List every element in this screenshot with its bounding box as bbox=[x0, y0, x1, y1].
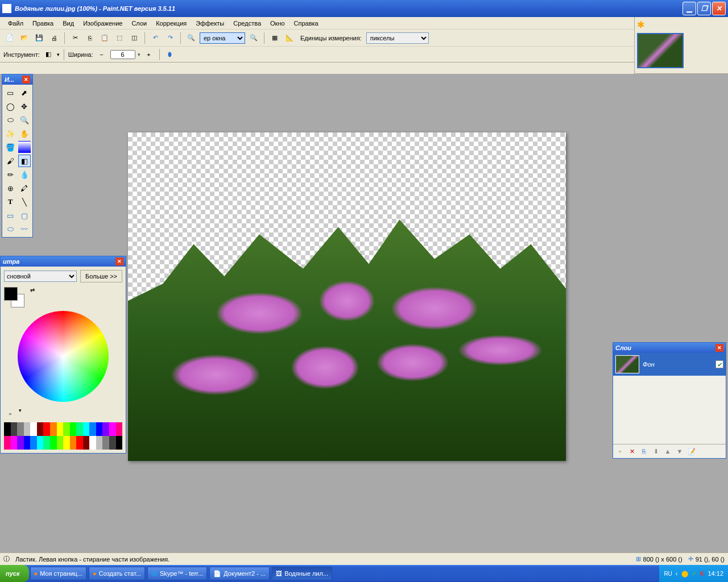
menu-help[interactable]: Справка bbox=[289, 19, 323, 28]
clone-stamp-tool[interactable]: ⊕ bbox=[4, 182, 16, 194]
rectangle-tool[interactable]: ▭ bbox=[4, 209, 16, 222]
width-label: Ширина: bbox=[68, 51, 93, 58]
layers-close-icon[interactable]: ✕ bbox=[715, 344, 723, 352]
layer-properties-icon[interactable]: 📝 bbox=[686, 446, 697, 456]
width-increase-icon[interactable]: + bbox=[143, 48, 155, 61]
ruler-icon[interactable]: 📐 bbox=[283, 32, 296, 44]
statusbar: ⓘ Ластик. Левая кнопка - стирание части … bbox=[0, 552, 728, 565]
duplicate-layer-icon[interactable]: ⎘ bbox=[639, 446, 649, 456]
move-up-icon[interactable]: ▲ bbox=[663, 446, 673, 456]
task-item[interactable]: ⓈSkype™ - terr... bbox=[147, 567, 207, 580]
palette-strip-2[interactable] bbox=[4, 436, 122, 450]
layer-item[interactable]: Фон ✔ bbox=[613, 353, 726, 376]
grid-icon[interactable]: ▦ bbox=[268, 32, 281, 44]
current-tool-icon[interactable]: ◧ bbox=[42, 48, 55, 61]
recolor-tool[interactable]: 🖍 bbox=[18, 182, 31, 194]
task-item-active[interactable]: 🖼Водяные лил... bbox=[272, 567, 332, 580]
image-thumbnail[interactable] bbox=[637, 33, 684, 68]
move-down-icon[interactable]: ▼ bbox=[675, 446, 685, 456]
tools-panel-title[interactable]: И... ✕ bbox=[2, 74, 32, 85]
antialias-icon[interactable]: ⬮ bbox=[164, 48, 176, 61]
task-item[interactable]: ●Создать стат... bbox=[89, 567, 145, 580]
tools-close-icon[interactable]: ✕ bbox=[22, 76, 30, 84]
redo-icon[interactable]: ↷ bbox=[164, 32, 176, 44]
color-picker-tool[interactable]: 💧 bbox=[18, 168, 31, 181]
deselect-icon[interactable]: ◫ bbox=[128, 32, 140, 44]
maximize-button[interactable]: ❐ bbox=[697, 2, 711, 15]
menu-tools[interactable]: Средства bbox=[229, 19, 266, 28]
fill-tool[interactable]: 🪣 bbox=[4, 141, 16, 153]
move-selection-tool[interactable]: ⬈ bbox=[18, 86, 31, 99]
ellipse-tool[interactable]: ⬭ bbox=[4, 223, 16, 235]
task-item[interactable]: 📄Документ2 - ... bbox=[209, 567, 270, 580]
copy-icon[interactable]: ⎘ bbox=[84, 32, 96, 44]
minimize-button[interactable]: ▁ bbox=[682, 2, 696, 15]
swap-colors-icon[interactable]: ⇄ bbox=[30, 287, 35, 293]
tray-icon[interactable]: ‹ bbox=[676, 570, 678, 577]
paintbrush-tool[interactable]: 🖌 bbox=[4, 155, 16, 167]
lasso-tool[interactable]: ◯ bbox=[4, 100, 16, 113]
freeform-tool[interactable]: 〰 bbox=[18, 223, 31, 235]
cursor-icon: ✛ bbox=[688, 555, 693, 563]
language-indicator[interactable]: RU bbox=[664, 571, 672, 577]
clock[interactable]: 14:12 bbox=[708, 570, 723, 577]
units-select[interactable]: пикселы bbox=[366, 32, 429, 44]
menu-file[interactable]: Файл bbox=[3, 19, 28, 28]
palette-strip[interactable] bbox=[4, 422, 122, 436]
rect-select-tool[interactable]: ▭ bbox=[4, 86, 16, 99]
add-layer-icon[interactable]: ▫ bbox=[615, 446, 625, 456]
undo-icon[interactable]: ↶ bbox=[149, 32, 162, 44]
zoom-out-icon[interactable]: 🔍 bbox=[185, 32, 197, 44]
rounded-rect-tool[interactable]: ▢ bbox=[18, 209, 31, 222]
color-wheel[interactable] bbox=[18, 311, 109, 402]
menu-adjustments[interactable]: Коррекция bbox=[151, 19, 191, 28]
magic-wand-tool[interactable]: ✨ bbox=[4, 127, 16, 140]
task-item[interactable]: ●Моя страниц... bbox=[30, 567, 87, 580]
paste-icon[interactable]: 📋 bbox=[98, 32, 111, 44]
color-mode-select[interactable]: сновной bbox=[4, 271, 77, 282]
text-tool[interactable]: T bbox=[4, 196, 16, 208]
layer-visibility-checkbox[interactable]: ✔ bbox=[715, 360, 723, 368]
crop-icon[interactable]: ⬚ bbox=[113, 32, 126, 44]
colors-panel-title[interactable]: итра ✕ bbox=[1, 256, 126, 267]
primary-color-swatch[interactable] bbox=[4, 287, 18, 301]
width-decrease-icon[interactable]: − bbox=[96, 48, 108, 61]
save-icon[interactable]: 💾 bbox=[33, 32, 46, 44]
palette-add-icon[interactable]: ▫ bbox=[4, 408, 16, 420]
cut-icon[interactable]: ✂ bbox=[69, 32, 81, 44]
tray-icon[interactable]: K bbox=[700, 570, 705, 577]
zoom-in-icon[interactable]: 🔍 bbox=[247, 32, 260, 44]
menu-window[interactable]: Окно bbox=[266, 19, 289, 28]
close-button[interactable]: ✕ bbox=[712, 2, 726, 15]
pan-tool[interactable]: ✋ bbox=[18, 127, 31, 140]
menu-layers[interactable]: Слои bbox=[127, 19, 151, 28]
eraser-tool[interactable]: ◧ bbox=[18, 155, 31, 167]
line-tool[interactable]: ╲ bbox=[18, 196, 31, 208]
ellipse-select-tool[interactable]: ⬭ bbox=[4, 114, 16, 126]
new-icon[interactable]: 📄 bbox=[3, 32, 16, 44]
tray-icon[interactable]: ✔ bbox=[692, 570, 697, 577]
tray-icon[interactable]: ⬤ bbox=[681, 570, 688, 577]
menu-view[interactable]: Вид bbox=[58, 19, 78, 28]
width-input[interactable] bbox=[110, 50, 135, 59]
delete-layer-icon[interactable]: ✕ bbox=[627, 446, 637, 456]
zoom-select[interactable]: ер окна bbox=[200, 32, 245, 44]
pencil-tool[interactable]: ✏ bbox=[4, 168, 16, 181]
gradient-tool[interactable] bbox=[18, 141, 31, 153]
status-hint: Ластик. Левая кнопка - стирание части из… bbox=[15, 556, 169, 563]
start-button[interactable]: пуск bbox=[0, 565, 29, 582]
menu-image[interactable]: Изображение bbox=[78, 19, 127, 28]
menu-effects[interactable]: Эффекты bbox=[191, 19, 229, 28]
system-tray[interactable]: RU ‹ ⬤ ✔ K 14:12 bbox=[659, 565, 728, 582]
more-button[interactable]: Больше >> bbox=[80, 270, 122, 282]
colors-close-icon[interactable]: ✕ bbox=[115, 257, 123, 265]
menu-edit[interactable]: Правка bbox=[28, 19, 58, 28]
print-icon[interactable]: 🖨 bbox=[48, 32, 60, 44]
color-swatch-pair[interactable] bbox=[4, 287, 24, 307]
merge-down-icon[interactable]: ⬇ bbox=[651, 446, 661, 456]
move-tool[interactable]: ✥ bbox=[18, 100, 31, 113]
zoom-tool[interactable]: 🔍 bbox=[18, 114, 31, 126]
open-icon[interactable]: 📂 bbox=[18, 32, 31, 44]
layers-panel-title[interactable]: Слои ✕ bbox=[613, 343, 726, 353]
canvas[interactable] bbox=[128, 132, 566, 461]
